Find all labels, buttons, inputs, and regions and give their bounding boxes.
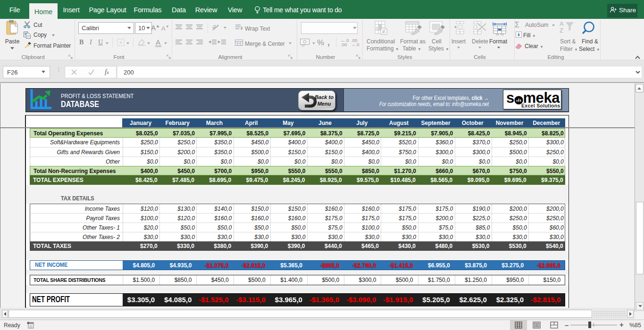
svg-text:ab: ab <box>212 24 217 30</box>
svg-text:A: A <box>560 21 564 27</box>
svg-text:≠: ≠ <box>382 28 385 35</box>
svg-text:Z: Z <box>560 27 563 34</box>
